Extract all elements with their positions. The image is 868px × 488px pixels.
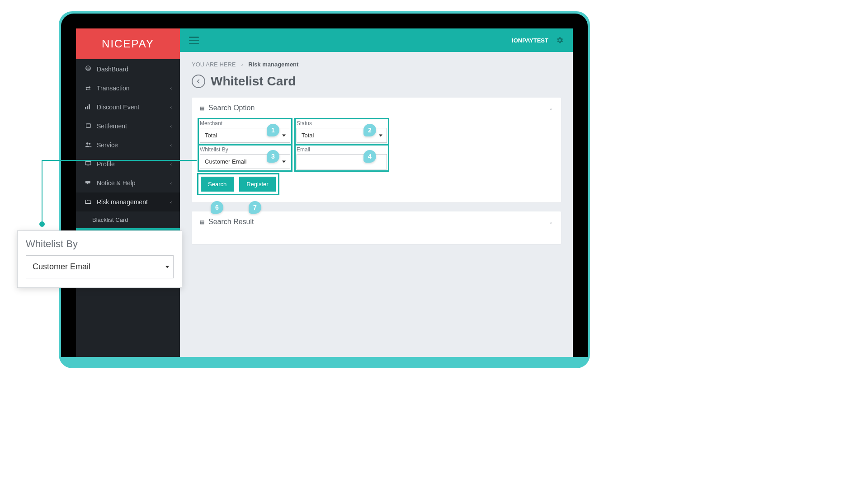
sidebar-item-label: DashBoard xyxy=(97,66,128,73)
badge-6: 6 xyxy=(211,201,223,214)
app-screen: NICEPAY DashBoard ⇄ Transaction ‹ xyxy=(76,28,573,357)
comment-icon xyxy=(84,179,92,187)
users-icon xyxy=(84,141,92,149)
callout-connector-dot xyxy=(39,221,45,227)
callout-connector-h xyxy=(42,160,197,161)
sidebar-item-label: Risk management xyxy=(97,198,148,206)
badge-2: 2 xyxy=(363,124,376,136)
sidebar-item-notice[interactable]: Notice & Help ‹ xyxy=(76,174,180,192)
callout-select[interactable]: Customer Email xyxy=(26,255,174,278)
main-area: IONPAYTEST YOU ARE HERE › Risk managemen… xyxy=(180,28,573,357)
folder-icon xyxy=(84,198,92,206)
content-area: YOU ARE HERE › Risk management Whitelist… xyxy=(180,52,573,262)
grid-icon: ▦ xyxy=(200,219,204,225)
whitelist-by-group: Whitelist By Customer Email 3 xyxy=(200,146,290,169)
button-row: Search Register xyxy=(200,176,277,192)
callout-label: Whitelist By xyxy=(26,238,174,250)
svg-point-7 xyxy=(89,143,90,145)
breadcrumb-root: YOU ARE HERE xyxy=(192,61,236,68)
chevron-down-icon[interactable]: ⌄ xyxy=(549,219,553,225)
email-group: Email 4 xyxy=(297,146,387,169)
breadcrumb: YOU ARE HERE › Risk management xyxy=(192,61,561,68)
callout-value: Customer Email xyxy=(26,255,174,278)
panel-title: Search Result xyxy=(208,218,254,226)
chevron-left-icon: ‹ xyxy=(170,124,172,129)
sidebar-item-risk[interactable]: Risk management ‹ xyxy=(76,192,180,211)
search-button[interactable]: Search xyxy=(201,177,234,192)
badge-4: 4 xyxy=(363,150,376,163)
breadcrumb-current: Risk management xyxy=(248,61,298,68)
svg-rect-3 xyxy=(89,104,90,109)
badge-7: 7 xyxy=(249,201,261,214)
chevron-left-icon: ‹ xyxy=(170,162,172,167)
device-frame: NICEPAY DashBoard ⇄ Transaction ‹ xyxy=(59,11,590,368)
sidebar-sub-blacklist[interactable]: Blacklist Card xyxy=(76,211,180,228)
topbar: IONPAYTEST xyxy=(180,28,573,52)
sidebar: NICEPAY DashBoard ⇄ Transaction ‹ xyxy=(76,28,180,357)
grid-icon: ▦ xyxy=(200,105,204,111)
svg-rect-2 xyxy=(87,106,88,109)
badge-3: 3 xyxy=(267,150,279,163)
device-bezel: NICEPAY DashBoard ⇄ Transaction ‹ xyxy=(61,14,588,357)
swap-icon: ⇄ xyxy=(84,84,92,92)
sidebar-item-label: Transaction xyxy=(97,84,130,92)
sidebar-item-label: Settlement xyxy=(97,122,127,130)
brand-logo: NICEPAY xyxy=(76,28,180,59)
panel-title: Search Option xyxy=(208,104,255,112)
sidebar-item-label: Notice & Help xyxy=(97,179,136,187)
panel-body xyxy=(192,232,561,244)
chart-icon xyxy=(84,103,92,111)
breadcrumb-sep-icon: › xyxy=(241,61,243,68)
panel-search-result: ▦ Search Result ⌄ xyxy=(192,211,561,244)
svg-point-6 xyxy=(86,142,88,145)
chevron-left-icon: ‹ xyxy=(170,105,172,110)
sidebar-item-service[interactable]: Service ‹ xyxy=(76,136,180,155)
panel-search-option: ▦ Search Option ⌄ Merchant Total xyxy=(192,98,561,202)
chevron-left-icon: ‹ xyxy=(170,143,172,148)
merchant-group: Merchant Total 1 xyxy=(200,120,290,143)
sidebar-item-profile[interactable]: Profile ‹ xyxy=(76,155,180,174)
page-title-row: Whitelist Card xyxy=(192,74,561,89)
sidebar-item-transaction[interactable]: ⇄ Transaction ‹ xyxy=(76,79,180,98)
chevron-down-icon[interactable]: ⌄ xyxy=(549,105,553,111)
display-icon xyxy=(84,160,92,168)
svg-rect-4 xyxy=(86,124,90,128)
hamburger-icon[interactable] xyxy=(189,37,199,44)
register-button[interactable]: Register xyxy=(239,177,275,192)
panel-header[interactable]: ▦ Search Option ⌄ xyxy=(192,98,561,118)
chevron-left-icon: ‹ xyxy=(170,200,172,205)
page-title: Whitelist Card xyxy=(211,74,296,89)
sidebar-item-settlement[interactable]: Settlement ‹ xyxy=(76,117,180,136)
dashboard-icon xyxy=(84,65,92,73)
panel-header[interactable]: ▦ Search Result ⌄ xyxy=(192,211,561,232)
sidebar-item-label: Service xyxy=(97,141,118,149)
sidebar-item-dashboard[interactable]: DashBoard xyxy=(76,59,180,79)
user-label: IONPAYTEST xyxy=(512,37,548,44)
chevron-left-icon: ‹ xyxy=(170,181,172,186)
svg-rect-8 xyxy=(85,161,91,165)
callout-box: Whitelist By Customer Email xyxy=(17,230,182,288)
back-button[interactable] xyxy=(192,75,205,88)
sidebar-item-discount[interactable]: Discount Event ‹ xyxy=(76,98,180,117)
sidebar-item-label: Profile xyxy=(97,160,115,168)
panel-body: Merchant Total 1 Status xyxy=(192,118,561,202)
callout-connector-v xyxy=(42,160,42,225)
gear-icon[interactable] xyxy=(556,36,564,44)
sidebar-item-label: Discount Event xyxy=(97,103,139,111)
status-group: Status Total 2 xyxy=(297,120,387,143)
svg-rect-1 xyxy=(85,107,86,109)
chevron-left-icon: ‹ xyxy=(170,86,172,91)
badge-1: 1 xyxy=(267,124,279,136)
calendar-icon xyxy=(84,122,92,130)
